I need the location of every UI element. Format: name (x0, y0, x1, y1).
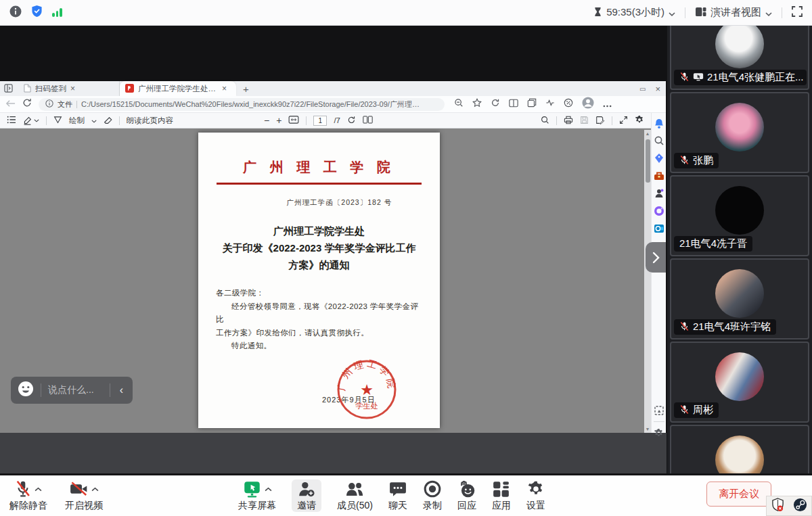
start-video-label: 开启视频 (65, 500, 103, 512)
zoom-in-icon[interactable]: + (276, 115, 281, 126)
avatar (715, 436, 764, 473)
security-alert-shield-icon[interactable] (771, 498, 784, 515)
participant-label: 21电气4张健鹏正在... (674, 70, 807, 85)
unmute-label: 解除静音 (9, 500, 47, 512)
reaction-hand-smiley-icon (457, 481, 476, 498)
browser-essentials-icon[interactable] (545, 98, 555, 110)
new-tab-icon[interactable]: + (243, 83, 249, 95)
meeting-timer[interactable]: 59:35(3小时) (593, 6, 675, 19)
document-title: 广州理工学院学生处 关于印发《2022-2023 学年奖学金评比工作 方案》的通… (198, 222, 440, 273)
meeting-info-icon[interactable] (9, 5, 22, 20)
tab-close-icon[interactable]: × (70, 84, 75, 93)
share-screen-button[interactable]: 共享屏幕 (238, 479, 276, 512)
favorite-star-icon[interactable] (472, 98, 482, 110)
profile-avatar[interactable] (582, 97, 594, 112)
eraser-icon[interactable] (104, 116, 112, 126)
svg-text:★: ★ (360, 381, 374, 398)
rotate-icon[interactable] (347, 116, 356, 126)
zoom-indicator-icon[interactable] (454, 98, 464, 110)
participant-tile[interactable]: 21电气4班许宇铭 (670, 258, 809, 339)
collapse-panel-button[interactable] (646, 242, 666, 273)
window-restore-icon[interactable]: ▭ (639, 85, 646, 93)
browser-tab-signin[interactable]: 扫码签到 × (18, 81, 120, 96)
share-screen-label: 共享屏幕 (238, 500, 276, 512)
search-icon[interactable] (541, 116, 549, 126)
chat-button[interactable]: 聊天 (388, 479, 407, 512)
web-capture-icon[interactable] (654, 405, 664, 416)
url-bar[interactable]: 文件 C:/Users/15215/Documents/WeChat%20Fil… (39, 98, 445, 111)
reactions-button[interactable]: 回应 (457, 479, 476, 512)
steam-icon[interactable] (793, 498, 807, 515)
pdf-scrollbar[interactable]: ▲ ▼ (644, 130, 651, 433)
settings-button[interactable]: 设置 (526, 479, 545, 512)
deals-icon[interactable] (564, 98, 573, 110)
draw-tool-label[interactable]: 绘制 (69, 116, 85, 126)
vertical-tabs-icon[interactable] (4, 84, 13, 94)
browser-menu-icon[interactable] (603, 98, 612, 110)
sidebar-search-icon[interactable] (654, 135, 664, 146)
window-close-icon[interactable]: × (655, 84, 660, 94)
page-info-icon[interactable] (45, 99, 53, 109)
mic-muted-icon (15, 480, 31, 498)
chat-input[interactable]: 说点什么... (48, 384, 103, 396)
members-button[interactable]: 成员(50) (337, 479, 373, 512)
participant-tile[interactable]: 21电气4冼子晋 (670, 175, 809, 256)
notifications-bell-icon[interactable] (654, 118, 664, 129)
participant-tile[interactable] (670, 425, 809, 473)
draw-tool-icon[interactable] (53, 116, 62, 125)
view-mode-switch[interactable]: 演讲者视图 (695, 6, 772, 19)
page-view-icon[interactable] (363, 116, 373, 125)
security-shield-icon[interactable] (31, 5, 43, 20)
outlook-icon[interactable] (654, 223, 664, 234)
toc-icon[interactable] (7, 116, 16, 125)
url-scheme-label: 文件 (58, 99, 72, 110)
network-signal-icon[interactable] (52, 8, 62, 17)
fit-width-icon[interactable] (288, 116, 299, 125)
unmute-button[interactable]: 解除静音 (9, 479, 47, 512)
fullscreen-icon[interactable] (792, 6, 803, 19)
participant-tile[interactable]: 21电气4张健鹏正在... (670, 26, 809, 90)
emoji-smiley-icon[interactable] (18, 381, 34, 400)
chat-bubble-icon (389, 481, 407, 497)
scrollbar-thumb (646, 139, 650, 183)
divider (685, 7, 685, 18)
zoom-out-icon[interactable]: − (264, 115, 269, 126)
divider (76, 101, 77, 108)
shopping-tag-icon[interactable] (654, 153, 664, 164)
split-screen-icon[interactable] (509, 98, 518, 110)
refresh-icon[interactable] (22, 98, 32, 110)
browser-addressbar: 文件 C:/Users/15215/Documents/WeChat%20Fil… (0, 96, 666, 113)
chevron-down-icon[interactable] (91, 116, 97, 124)
pdf-toolbar: 绘制 朗读此页内容 − + 1 /7 (0, 113, 651, 128)
print-icon[interactable] (564, 116, 573, 126)
participant-tile[interactable]: 周彬 (670, 342, 809, 423)
start-video-button[interactable]: 开启视频 (65, 479, 103, 512)
collapse-chat-icon[interactable]: ‹ (117, 384, 126, 396)
games-person-icon[interactable] (654, 188, 664, 199)
highlight-pen-icon[interactable] (23, 116, 39, 125)
reactions-label: 回应 (457, 500, 476, 512)
apps-label: 应用 (492, 500, 511, 512)
participant-tile[interactable]: 张鹏 (670, 92, 809, 173)
save-icon[interactable] (580, 116, 589, 126)
pdf-settings-gear-icon[interactable] (635, 115, 644, 126)
read-aloud-button[interactable]: 朗读此页内容 (127, 116, 173, 126)
page-number-input[interactable]: 1 (313, 116, 327, 126)
leave-meeting-button[interactable]: 离开会议 (706, 482, 771, 507)
record-button[interactable]: 录制 (423, 479, 442, 512)
save-as-icon[interactable] (595, 116, 605, 126)
toolbox-icon[interactable] (654, 170, 664, 181)
participant-name: 21电气4冼子晋 (679, 237, 747, 250)
sidebar-settings-gear-icon[interactable] (654, 428, 664, 439)
collections-icon[interactable] (527, 98, 537, 110)
expand-icon[interactable] (619, 116, 628, 126)
browser-tab-pdf[interactable]: 广州理工学院学生处关于印发《2... × (120, 81, 236, 96)
back-icon[interactable] (5, 98, 16, 110)
circle-arrow-icon[interactable] (491, 98, 500, 110)
media-ring-icon[interactable] (654, 206, 664, 216)
meeting-toolbar: 解除静音 开启视频 共享屏幕 邀请 (0, 473, 812, 516)
apps-button[interactable]: 应用 (492, 479, 511, 512)
invite-button[interactable]: 邀请 (292, 479, 321, 512)
tab-close-icon[interactable]: × (222, 84, 227, 93)
participant-name: 21电气4班许宇铭 (693, 321, 771, 333)
